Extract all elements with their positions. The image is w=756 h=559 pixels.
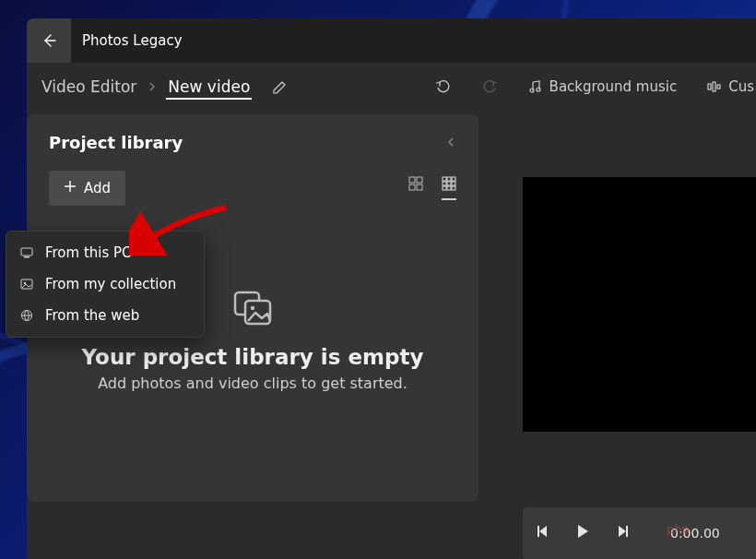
- app-title: Photos Legacy: [71, 32, 183, 49]
- undo-button[interactable]: [433, 73, 454, 101]
- menu-label: From my collection: [45, 276, 176, 292]
- player-controls: php 0:00.00: [523, 507, 756, 559]
- empty-subtitle: Add photos and video clips to get starte…: [27, 375, 478, 392]
- pc-icon: [19, 246, 34, 259]
- image-icon: [19, 278, 34, 291]
- svg-rect-3: [713, 82, 715, 91]
- svg-rect-22: [626, 526, 628, 537]
- add-button-label: Add: [84, 180, 111, 196]
- custom-audio-button[interactable]: Cus: [704, 73, 756, 101]
- breadcrumb-root[interactable]: Video Editor: [40, 74, 138, 100]
- view-large-icon[interactable]: [408, 176, 423, 200]
- breadcrumb-current[interactable]: New video: [166, 74, 252, 100]
- library-empty-icon: [232, 290, 273, 330]
- svg-rect-4: [717, 85, 720, 89]
- video-preview: [523, 177, 756, 432]
- toolbar: Video Editor New video Background music …: [27, 63, 756, 111]
- back-button[interactable]: [27, 18, 71, 63]
- svg-rect-21: [537, 526, 539, 537]
- menu-from-collection[interactable]: From my collection: [6, 268, 204, 300]
- background-music-button[interactable]: Background music: [526, 73, 679, 101]
- svg-rect-17: [452, 186, 455, 190]
- svg-rect-15: [443, 186, 446, 190]
- svg-rect-23: [21, 248, 32, 256]
- svg-point-20: [251, 306, 254, 310]
- menu-from-web[interactable]: From the web: [6, 300, 204, 331]
- svg-rect-24: [24, 256, 30, 258]
- add-menu: From this PC From my collection From the…: [6, 231, 205, 338]
- svg-rect-6: [417, 177, 422, 183]
- svg-rect-12: [443, 182, 446, 185]
- svg-rect-5: [409, 177, 415, 183]
- svg-rect-10: [447, 177, 451, 181]
- menu-from-this-pc[interactable]: From this PC: [6, 237, 204, 268]
- background-music-label: Background music: [549, 78, 678, 95]
- web-icon: [19, 309, 34, 322]
- plus-icon: [64, 180, 77, 196]
- panel-title: Project library: [49, 133, 183, 152]
- add-button[interactable]: Add: [49, 171, 125, 206]
- player-time: php 0:00.00: [670, 526, 720, 541]
- menu-label: From this PC: [45, 244, 132, 261]
- svg-rect-9: [443, 177, 446, 181]
- svg-rect-8: [417, 184, 422, 190]
- svg-rect-2: [708, 84, 711, 89]
- view-small-icon[interactable]: [442, 176, 456, 200]
- svg-rect-13: [447, 182, 451, 185]
- custom-audio-label: Cus: [728, 78, 754, 95]
- svg-rect-7: [409, 184, 415, 190]
- play-button[interactable]: [574, 523, 591, 543]
- edit-icon[interactable]: [272, 79, 288, 95]
- collapse-icon[interactable]: [445, 134, 456, 151]
- watermark-text: php: [667, 522, 690, 536]
- svg-rect-11: [452, 177, 455, 181]
- prev-frame-button[interactable]: [536, 524, 550, 542]
- svg-point-1: [537, 88, 540, 91]
- next-frame-button[interactable]: [615, 524, 630, 542]
- menu-label: From the web: [45, 307, 139, 324]
- titlebar: Photos Legacy: [27, 18, 756, 63]
- empty-title: Your project library is empty: [27, 345, 478, 369]
- redo-button[interactable]: [479, 73, 500, 101]
- chevron-right-icon: [142, 79, 162, 94]
- svg-rect-16: [447, 186, 451, 190]
- svg-rect-14: [452, 182, 455, 185]
